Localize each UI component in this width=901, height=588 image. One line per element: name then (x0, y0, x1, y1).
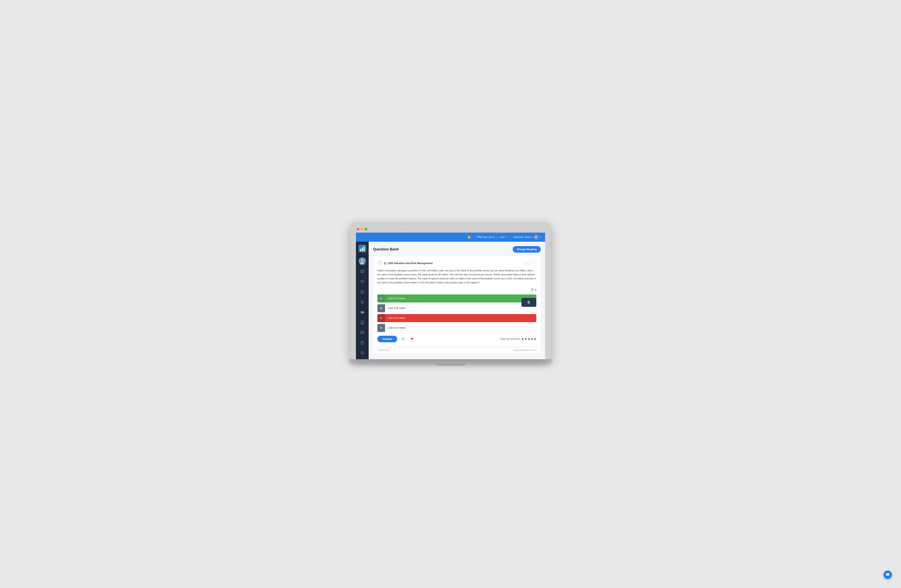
laptop-stand (436, 363, 465, 366)
star-1[interactable]: ★ (521, 337, 524, 341)
option-a-text: USD 7.62 million (385, 295, 536, 303)
star-2[interactable]: ★ (525, 337, 527, 341)
laptop-bezel: ≡ 🔔 | FRM Part I & II ▾ | Cart 🛒 | Welco… (351, 222, 550, 359)
svg-rect-2 (362, 248, 363, 251)
options-list: A USD 7.62 million B USD 8.09 million C (377, 295, 536, 332)
laptop-wrapper: ≡ 🔔 | FRM Part I & II ▾ | Cart 🛒 | Welco… (351, 222, 550, 366)
screen-content: ≡ 🔔 | FRM Part I & II ▾ | Cart 🛒 | Welco… (356, 232, 545, 359)
star-5[interactable]: ★ (534, 337, 536, 341)
frm-selector[interactable]: FRM Part I & II ▾ (477, 236, 494, 239)
avatar: M (533, 234, 539, 240)
online-dot (364, 263, 366, 264)
svg-point-4 (363, 245, 365, 247)
frm-chevron-icon: ▾ (493, 236, 494, 239)
rating-section: Rate this Question ★ ★ ★ ★ ★ (500, 337, 536, 341)
svg-rect-1 (360, 249, 361, 251)
question-id-row: ? Q. 1209 Valuation and Risk Management (377, 261, 433, 265)
traffic-light-red (357, 228, 359, 231)
prev-question-button[interactable]: ‹ (525, 260, 530, 266)
timer-icon: ⏱ (531, 288, 534, 292)
support-email: support@analystprep.com (513, 349, 536, 351)
sidebar-item-graduation[interactable] (359, 309, 366, 315)
frm-label: FRM Part I & II (477, 236, 492, 239)
sidebar-item-brain[interactable] (359, 278, 366, 285)
option-d-letter: D (377, 324, 385, 332)
bell-icon[interactable]: 🔔 (468, 236, 471, 239)
cart-label: Cart (500, 236, 505, 239)
flag-button[interactable] (408, 335, 415, 343)
change-reading-button[interactable]: Change Reading (513, 246, 541, 253)
sidebar-item-book[interactable] (359, 268, 366, 275)
divider-3: | (511, 236, 511, 239)
sidebar-user[interactable] (359, 257, 366, 265)
option-b[interactable]: B USD 8.09 million (377, 304, 536, 312)
top-header: ≡ 🔔 | FRM Part I & II ▾ | Cart 🛒 | Welco… (356, 232, 545, 242)
welcome-label: Welcome, Matt.V (514, 236, 532, 239)
divider-2: | (497, 236, 497, 239)
traffic-lights (356, 228, 545, 231)
page-footer: AnalystPrep © support@analystprep.com (373, 347, 541, 353)
sidebar (356, 242, 369, 359)
option-c-text: USD 8.59 million (385, 314, 536, 322)
option-a[interactable]: A USD 7.62 million (377, 295, 536, 303)
traffic-light-green (365, 228, 367, 231)
bookmark-button[interactable] (399, 335, 406, 343)
traffic-light-yellow (361, 228, 363, 231)
option-b-text: USD 8.09 million (385, 304, 536, 312)
timer-value: 6 (535, 289, 536, 292)
tools-panel: 🗑 (521, 298, 536, 307)
option-c-letter: C (377, 314, 385, 322)
timer-row: ⏱ 6 (377, 288, 536, 292)
main-layout: Question Bank Change Reading ? Q. 1209 V… (356, 242, 545, 359)
cart-icon: 🛒 (505, 236, 508, 239)
next-question-button[interactable]: › (531, 260, 536, 266)
question-nav: ‹ › (525, 260, 536, 266)
option-c[interactable]: C USD 8.59 million (377, 314, 536, 322)
question-header: ? Q. 1209 Valuation and Risk Management … (377, 260, 536, 266)
sidebar-item-clipboard[interactable] (359, 340, 366, 346)
sidebar-item-notebook[interactable] (359, 319, 366, 326)
page-title: Question Bank (373, 247, 399, 251)
option-d-text: USD 9.15 million (385, 324, 536, 332)
user-chevron-icon: ▾ (540, 236, 541, 239)
star-3[interactable]: ★ (528, 337, 530, 341)
sidebar-item-book2[interactable] (359, 329, 366, 336)
svg-point-6 (361, 259, 363, 262)
option-a-letter: A (377, 295, 385, 303)
sidebar-item-lightbulb[interactable] (359, 299, 366, 306)
sidebar-logo[interactable] (359, 245, 366, 252)
option-b-letter: B (377, 304, 385, 312)
question-label: Q. 1209 Valuation and Risk Management (384, 262, 433, 265)
question-card: ? Q. 1209 Valuation and Risk Management … (373, 256, 541, 347)
sidebar-item-trophy[interactable] (359, 350, 366, 356)
page-header: Question Bank Change Reading (373, 246, 541, 253)
delete-button[interactable]: 🗑 (521, 298, 536, 307)
divider-1: | (474, 236, 474, 239)
svg-rect-9 (362, 341, 363, 342)
validate-button[interactable]: Validate (377, 336, 397, 342)
cart-button[interactable]: Cart 🛒 (500, 236, 508, 239)
content-area: Question Bank Change Reading ? Q. 1209 V… (369, 242, 545, 359)
bottom-controls: Validate (377, 335, 536, 343)
question-body: Rahim Associates manages a portfolio of … (377, 268, 536, 285)
option-d[interactable]: D USD 9.15 million (377, 324, 536, 332)
svg-rect-3 (363, 246, 365, 251)
user-menu[interactable]: Welcome, Matt.V M ▾ (514, 234, 541, 240)
star-4[interactable]: ★ (531, 337, 533, 341)
stars: ★ ★ ★ ★ ★ (521, 337, 536, 341)
laptop-base (349, 359, 552, 363)
rating-label: Rate this Question (500, 338, 520, 340)
question-help-icon: ? (377, 261, 382, 265)
copyright: AnalystPrep © (377, 349, 390, 351)
sidebar-item-analytics[interactable] (359, 289, 366, 295)
